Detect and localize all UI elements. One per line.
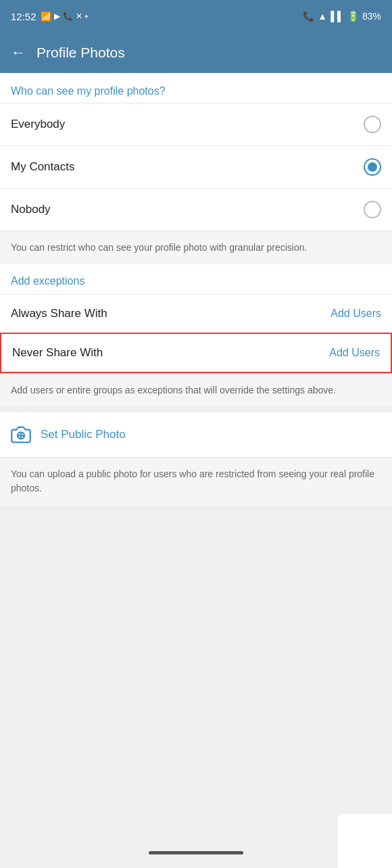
who-can-see-section: Who can see my profile photos? Everybody… [0,73,392,231]
camera-add-icon [11,425,31,445]
exceptions-section: Add exceptions Always Share With Add Use… [0,264,392,373]
nobody-option[interactable]: Nobody [0,188,392,231]
always-share-option[interactable]: Always Share With Add Users [0,294,392,333]
nobody-label: Nobody [11,203,51,216]
everybody-radio[interactable] [364,116,381,133]
wifi-icon: 📶 [41,11,51,22]
time-display: 12:52 [11,11,36,22]
back-button[interactable]: ← [11,44,26,62]
header: ← Profile Photos [0,32,392,73]
battery-percentage: 83% [362,11,381,22]
dot-icon: • [85,11,89,22]
wifi-signal-icon: ▲ [318,11,327,22]
always-share-add-users-button[interactable]: Add Users [330,308,381,320]
status-time: 12:52 📶 ▶ 📞 ✕ • [11,11,88,22]
signal-bars-icon: ▌▌ [330,11,344,22]
status-icons: 📶 ▶ 📞 ✕ • [41,11,89,22]
public-photo-info: You can upload a public photo for users … [0,457,392,505]
page-title: Profile Photos [36,45,125,61]
bottom-card [338,814,392,868]
bottom-nav-indicator [149,851,243,854]
add-exceptions-label: Add exceptions [0,264,392,294]
who-can-see-label: Who can see my profile photos? [0,73,392,103]
my-contacts-radio[interactable] [364,158,381,176]
status-bar: 12:52 📶 ▶ 📞 ✕ • 📞 ▲ ▌▌ 🔋 83% [0,0,392,32]
my-contacts-label: My Contacts [11,160,74,174]
status-right: 📞 ▲ ▌▌ 🔋 83% [303,11,381,22]
never-share-label: Never Share With [12,346,103,360]
who-can-see-info: You can restrict who can see your profil… [0,231,392,264]
x-icon: ✕ [76,11,82,21]
never-share-add-users-button[interactable]: Add Users [329,347,380,359]
everybody-label: Everybody [11,118,65,131]
phone-signal-icon: 📞 [303,11,314,22]
phone-icon: 📞 [63,11,73,21]
never-share-option[interactable]: Never Share With Add Users [0,333,392,373]
battery-icon: 🔋 [347,11,359,22]
set-public-photo-label: Set Public Photo [41,428,126,441]
nobody-radio[interactable] [364,201,381,218]
main-content: Who can see my profile photos? Everybody… [0,73,392,505]
my-contacts-option[interactable]: My Contacts [0,145,392,188]
everybody-option[interactable]: Everybody [0,103,392,145]
radio-selected-dot [368,162,377,172]
set-public-photo-option[interactable]: Set Public Photo [0,412,392,457]
always-share-label: Always Share With [11,307,107,320]
youtube-icon: ▶ [54,11,60,21]
exceptions-info: Add users or entire groups as exceptions… [0,373,392,407]
